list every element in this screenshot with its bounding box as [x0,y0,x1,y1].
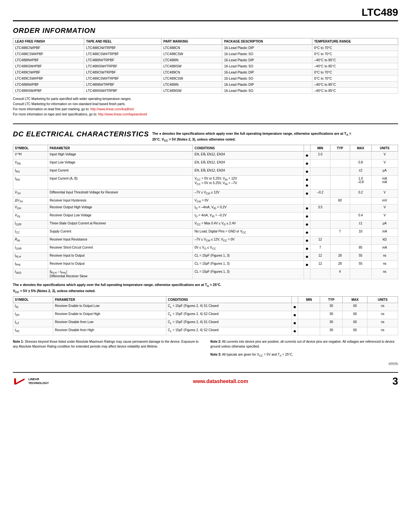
order-cell: –40°C to 85°C [312,57,398,63]
dc-conditions: –7V ≤ VCM ≤ 12V [193,190,304,198]
order-cell: –40°C to 85°C [312,88,398,94]
order-cell: LTC488CSW#TRPBF [84,51,161,57]
order-table-row: LTC488CN#PBFLTC488CN#TRPBFLTC488CN16-Lea… [13,45,398,51]
dc-symbol: IIN1 [13,168,48,176]
dc-max: 55 [350,253,371,261]
dc-table-row: IOSRReceiver Short-Circuit Current0V ≤ V… [13,245,398,253]
order-col-part-marking: PART MARKING [161,38,222,45]
order-table-row: LTC489CN#PBFLTC489CN#TRPBFLTC489CN16-Lea… [13,69,398,75]
dc-max: ±2 [350,168,371,176]
dc-min [310,176,330,190]
dc-typ: 7 [330,229,350,237]
dc-units: ns [371,261,398,269]
dc-bullet: ● [304,204,310,212]
dc-typ [330,204,350,212]
dc-col-max: MAX [350,145,371,152]
order-cell: LTC488IN [161,57,222,63]
order-cell: LTC489ISW#TRPBF [84,88,161,94]
order-cell: LTC488IN#PBF [13,57,84,63]
dc2-max: 60 [343,303,367,311]
dc2-max: 60 [343,311,367,319]
dc2-parameter: Receiver Enable to Output High [53,311,166,319]
dc-symbol: tSKD [13,269,48,279]
dc-conditions: CL = 15pF (Figures 1, 3) [193,269,304,279]
dc-conditions: EN, EN̄, EN12, EN34 [193,152,304,160]
order-cell: 16-Lead Plastic DIP [222,57,312,63]
dc-symbol: VTH [13,190,48,198]
order-note-1: Consult LTC Marketing for information on… [13,102,398,107]
dc2-symbol: tZH [13,311,53,319]
dc-max: 85 [350,245,371,253]
dc-title-note: The ● denotes the specifications which a… [152,130,352,143]
dc-bullet: ● [304,253,310,261]
order-cell: LTC489IN [161,82,222,88]
dc-col-typ: TYP [330,145,350,152]
dc-bullet: ●● [304,176,310,190]
order-cell: LTC489CSW [161,75,222,82]
dc-symbol: IOSR [13,245,48,253]
dc-bullet: ● [304,261,310,269]
dc-bullet: ● [304,190,310,198]
dc-symbol: tPHL [13,261,48,269]
dc2-parameter: Receiver Disable from High [53,327,166,335]
dc-typ: 28 [330,253,350,261]
dc-min: 12 [310,261,330,269]
dc-units: mV [371,198,398,204]
order-cell: 16-Lead Plastic DIP [222,69,312,75]
dc-max [350,269,371,279]
order-cell: 0°C to 70°C [312,75,398,82]
dc-units: mA [371,229,398,237]
dc-table-row: ΔVTHReceiver Input HysteresisVCM = 0V60m… [13,198,398,204]
dc-symbol: IOZR [13,221,48,229]
dc-min [310,269,330,279]
dc-typ [330,212,350,221]
order-cell: LTC488ISW#PBF [13,63,84,69]
dc-parameter: Input Current [48,168,193,176]
dc2-symbol: tHZ [13,327,53,335]
order-cell: 16-Lead Plastic SO [222,63,312,69]
dc-symbol: VINL [13,160,48,168]
dc2-col-max: MAX [343,296,367,303]
dc2-parameter: Receiver Enable to Output Low [53,303,166,311]
dc-typ [330,245,350,253]
dc-conditions: –7V ≤ VCM ≤ 12V, VCC = 0V [193,237,304,245]
dc-max: 0.4 [350,212,371,221]
dc-symbol: ΔVTH [13,198,48,204]
page-number: 3 [392,375,398,387]
dc2-col-units: UNITS [367,296,398,303]
dc-parameter: |tPLH – tPHL|Differential Receiver Skew [48,269,193,279]
dc-units: V [371,204,398,212]
dc2-conditions: CL = 15pF (Figures 2, 4) S1 Closed [166,319,291,327]
order-section-title: ORDER INFORMATION [13,26,398,35]
dc2-bullet: ● [291,303,298,311]
order-cell: 16-Lead Plastic SO [222,75,312,82]
dc-conditions: IO = 4mA, VID = –0.2V [193,212,304,221]
order-table-row: LTC489IN#PBFLTC489IN#TRPBFLTC489IN16-Lea… [13,82,398,88]
dc-symbol: VᴵᴺH [13,152,48,160]
dc2-units: ns [367,327,398,335]
dc-units: μA [371,221,398,229]
dc2-units: ns [367,311,398,319]
dc-table-row: IIN1Input CurrentEN, EN̄, EN12, EN34●±2μ… [13,168,398,176]
dc-col-conditions: CONDITIONS [193,145,304,152]
order-cell: LTC489CSW#TRPBF [84,75,161,82]
dc-units: mA mA [371,176,398,190]
order-cell: –40°C to 85°C [312,63,398,69]
dc-table-row: tSKD|tPLH – tPHL|Differential Receiver S… [13,269,398,279]
dc2-table-row: tHZReceiver Disable from HighCL = 15pF (… [13,327,398,335]
order-cell: 16-Lead Plastic DIP [222,82,312,88]
dc-sub-note: The ● denotes the specifications which a… [13,282,398,294]
chip-title: LTC489 [13,6,398,21]
dc-table-row: VᴵᴺHInput High VoltageEN, EN̄, EN12, EN3… [13,152,398,160]
dc2-symbol: tZL [13,303,53,311]
dc-units: μA [371,168,398,176]
dc-conditions: CL = 15pF (Figures 1, 3) [193,261,304,269]
website-link[interactable]: www.datasheetall.com [193,379,248,384]
order-notes: Consult LTC Marketing for parts specifie… [13,96,398,117]
dc-parameter: Receiver Input to Output [48,261,193,269]
order-cell: 0°C to 70°C [312,45,398,51]
dc-max: 0.2 [350,190,371,198]
dc2-min [298,311,320,319]
dc2-min [298,327,320,335]
order-cell: LTC488ISW [161,63,222,69]
